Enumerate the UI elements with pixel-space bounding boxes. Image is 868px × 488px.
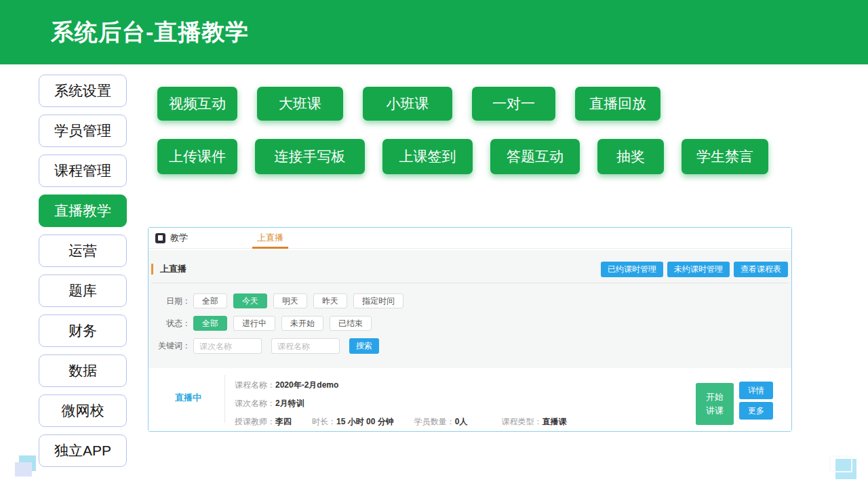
sidebar-item-operations[interactable]: 运营: [39, 235, 127, 267]
sidebar-item-finance[interactable]: 财务: [39, 314, 127, 347]
feature-row-1: 视频互动 大班课 小班课 一对一 直播回放: [157, 87, 768, 121]
teacher-value: 李四: [275, 416, 292, 428]
feature-class-checkin-button[interactable]: 上课签到: [382, 139, 473, 174]
start-lecture-line1: 开始: [706, 392, 724, 402]
detail-button[interactable]: 详情: [739, 382, 773, 399]
duration-value: 15 小时 00 分钟: [336, 416, 394, 428]
sidebar-item-student-management[interactable]: 学员管理: [39, 115, 127, 147]
feature-quiz-interaction-button[interactable]: 答题互动: [490, 139, 580, 174]
sidebar: 系统设置 学员管理 课程管理 直播教学 运营 题库 财务 数据 微网校 独立AP…: [39, 75, 127, 467]
sidebar-item-question-bank[interactable]: 题库: [39, 274, 127, 307]
admin-panel: 教学 上直播 上直播 已约课时管理 未约课时管理 查看课程表 日期： 全部 今天…: [148, 227, 792, 432]
course-name-input[interactable]: [271, 338, 340, 354]
lesson-meta-line: 授课教师： 李四 时长： 15 小时 00 分钟 学员数量： 0人 课程类型： …: [235, 413, 566, 431]
feature-upload-courseware-button[interactable]: 上传课件: [157, 139, 237, 174]
live-status-badge: 直播中: [175, 392, 201, 404]
teaching-app-icon: [155, 233, 165, 243]
section-accent-bar: [151, 264, 153, 274]
section-title: 上直播: [160, 263, 186, 275]
status-option-ongoing[interactable]: 进行中: [233, 316, 275, 331]
search-button[interactable]: 搜索: [349, 338, 379, 354]
course-name-label: 课程名称：: [235, 380, 275, 391]
more-button[interactable]: 更多: [739, 402, 773, 420]
lesson-name-value: 2月特训: [275, 398, 304, 409]
tab-go-live[interactable]: 上直播: [257, 228, 283, 248]
decor-square-lavender-left: [15, 462, 32, 476]
course-type-label: 课程类型：: [501, 416, 542, 428]
feature-lucky-draw-button[interactable]: 抽奖: [597, 139, 664, 174]
panel-brand-label: 教学: [170, 232, 188, 244]
date-option-today[interactable]: 今天: [233, 293, 267, 308]
unbooked-lessons-button[interactable]: 未约课时管理: [667, 262, 730, 277]
keyword-filter-label: 关键词：: [157, 340, 191, 352]
feature-buttons: 视频互动 大班课 小班课 一对一 直播回放 上传课件 连接手写板 上课签到 答题…: [157, 87, 768, 174]
row-divider: [224, 375, 225, 423]
sidebar-item-standalone-app[interactable]: 独立APP: [39, 434, 127, 467]
toolbar-divider: [151, 283, 789, 283]
filters: 日期： 全部 今天 明天 昨天 指定时间 状态： 全部 进行中 未开始 已结束 …: [149, 293, 791, 354]
sidebar-item-course-management[interactable]: 课程管理: [39, 155, 127, 187]
lesson-name-input[interactable]: [193, 338, 262, 354]
sidebar-item-live-teaching[interactable]: 直播教学: [39, 195, 127, 227]
status-filter-label: 状态：: [157, 318, 191, 329]
date-option-yesterday[interactable]: 昨天: [313, 293, 347, 308]
feature-large-class-button[interactable]: 大班课: [257, 87, 343, 121]
view-schedule-button[interactable]: 查看课程表: [734, 262, 788, 277]
lesson-details: 课程名称： 2020年-2月demo 课次名称： 2月特训 授课教师： 李四 时…: [235, 376, 566, 431]
feature-connect-tablet-button[interactable]: 连接手写板: [255, 139, 365, 174]
date-filter-label: 日期：: [157, 296, 191, 307]
duration-label: 时长：: [312, 416, 336, 428]
status-option-all[interactable]: 全部: [193, 316, 227, 331]
status-option-not-started[interactable]: 未开始: [281, 316, 323, 331]
course-name-value: 2020年-2月demo: [275, 380, 338, 391]
start-lecture-line2: 讲课: [706, 405, 724, 415]
course-name-line: 课程名称： 2020年-2月demo: [235, 376, 566, 394]
sidebar-item-micro-school[interactable]: 微网校: [39, 394, 127, 427]
feature-small-class-button[interactable]: 小班课: [363, 87, 452, 121]
feature-live-replay-button[interactable]: 直播回放: [575, 87, 660, 121]
lesson-name-line: 课次名称： 2月特训: [235, 394, 566, 413]
page-header: 系统后台-直播教学: [0, 0, 868, 64]
feature-mute-students-button[interactable]: 学生禁言: [682, 139, 768, 174]
lesson-name-label: 课次名称：: [235, 398, 275, 409]
feature-row-2: 上传课件 连接手写板 上课签到 答题互动 抽奖 学生禁言: [157, 139, 768, 174]
toolbar-buttons: 已约课时管理 未约课时管理 查看课程表: [601, 262, 788, 277]
panel-filter-area: 上直播 已约课时管理 未约课时管理 查看课程表 日期： 全部 今天 明天 昨天 …: [149, 250, 791, 368]
panel-nav: 教学 上直播: [149, 228, 791, 249]
date-filter-row: 日期： 全部 今天 明天 昨天 指定时间: [149, 293, 791, 308]
date-option-tomorrow[interactable]: 明天: [273, 293, 307, 308]
students-value: 0人: [455, 416, 468, 428]
status-filter-row: 状态： 全部 进行中 未开始 已结束: [149, 316, 791, 331]
course-type-value: 直播课: [542, 416, 566, 428]
lesson-list: 直播中 课程名称： 2020年-2月demo 课次名称： 2月特训 授课教师： …: [149, 368, 791, 431]
teacher-label: 授课教师：: [235, 416, 275, 428]
students-label: 学员数量：: [414, 416, 455, 428]
date-option-all[interactable]: 全部: [193, 293, 227, 308]
panel-toolbar: 上直播 已约课时管理 未约课时管理 查看课程表: [149, 262, 791, 276]
status-option-ended[interactable]: 已结束: [330, 316, 372, 331]
feature-one-on-one-button[interactable]: 一对一: [472, 87, 555, 121]
feature-video-interaction-button[interactable]: 视频互动: [157, 87, 237, 121]
date-option-custom[interactable]: 指定时间: [353, 293, 403, 308]
sidebar-item-system-settings[interactable]: 系统设置: [39, 75, 127, 107]
start-lecture-button[interactable]: 开始 讲课: [696, 383, 734, 425]
booked-lessons-button[interactable]: 已约课时管理: [601, 262, 663, 277]
decor-square-outline-right: [829, 455, 852, 472]
keyword-filter-row: 关键词： 搜索: [149, 338, 791, 354]
sidebar-item-data[interactable]: 数据: [39, 354, 127, 387]
page-title: 系统后台-直播教学: [51, 17, 249, 48]
